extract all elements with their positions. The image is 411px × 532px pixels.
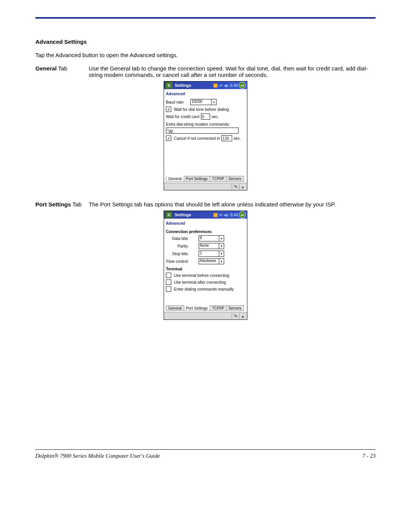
- terminal-before-label: Use terminal before connecting: [174, 273, 229, 278]
- connectivity-icon: ⇄: [219, 213, 222, 217]
- tab-general[interactable]: General: [166, 305, 184, 311]
- page-number: 7 - 23: [362, 453, 376, 459]
- terminal-after-checkbox[interactable]: [166, 280, 171, 285]
- terminal-after-label: Use terminal after connecting: [174, 280, 226, 284]
- keyboard-icon[interactable]: ✎: [232, 313, 239, 319]
- extra-commands-label: Extra dial-string modem commands:: [166, 122, 230, 126]
- tabs-bar: General Port Settings TCP/IP Servers: [166, 304, 245, 311]
- stop-bits-dropdown[interactable]: 1▼: [199, 251, 224, 257]
- tab-servers[interactable]: Servers: [226, 305, 244, 311]
- cancel-seconds-input[interactable]: [221, 135, 232, 141]
- chevron-down-icon: ▼: [219, 235, 224, 241]
- general-tab-label: General Tab: [35, 65, 89, 78]
- tab-port-settings[interactable]: Port Settings: [184, 176, 210, 182]
- dialing-manual-label: Enter dialing commands manually: [174, 287, 234, 291]
- windows-flag-icon: ⊞: [167, 213, 170, 217]
- clock: 5:44: [230, 213, 238, 217]
- chevron-down-icon: ▼: [219, 243, 224, 249]
- sip-arrow[interactable]: [239, 313, 246, 319]
- footer-title: Dolphin® 7900 Series Mobile Computer Use…: [35, 453, 160, 459]
- sec-label-2: sec.: [234, 136, 241, 141]
- window-title: Settings: [175, 212, 191, 217]
- keyboard-icon[interactable]: ✎: [232, 184, 239, 189]
- tab-servers[interactable]: Servers: [226, 176, 244, 182]
- wait-dial-tone-checkbox[interactable]: [166, 107, 171, 112]
- dialing-manual-checkbox[interactable]: [166, 286, 171, 292]
- parity-dropdown[interactable]: None▼: [199, 243, 224, 249]
- data-bits-label: Data bits:: [166, 236, 189, 241]
- pencil-icon: ✎: [234, 314, 237, 318]
- advanced-heading: Advanced: [166, 221, 245, 225]
- chevron-down-icon: ▼: [219, 251, 224, 257]
- wait-credit-label: Wait for credit card: [166, 114, 199, 119]
- volume-icon: ◀ᴇ: [224, 213, 229, 217]
- terminal-before-checkbox[interactable]: [166, 273, 171, 278]
- chevron-up-icon: [241, 184, 244, 189]
- sip-arrow[interactable]: [239, 184, 246, 189]
- stop-bits-label: Stop bits:: [166, 251, 189, 256]
- general-tab-screenshot: ⊞ Settings 📶 ⇄ ◀ᴇ 5:44 ok Advanced Baud …: [164, 81, 247, 190]
- tabs-bar: General Port Settings TCP/IP Servers: [166, 174, 245, 182]
- signal-icon: 📶: [213, 83, 218, 88]
- data-bits-dropdown[interactable]: 8▼: [199, 235, 224, 241]
- port-settings-screenshot: ⊞ Settings 📶 ⇄ ◀ᴇ 5:44 ok Advanced Conne…: [164, 211, 247, 320]
- flow-control-dropdown[interactable]: Hardware▼: [199, 258, 224, 264]
- intro-paragraph: Tap the Advanced button to open the Adva…: [35, 52, 376, 58]
- connectivity-icon: ⇄: [219, 83, 222, 88]
- parity-label: Parity:: [166, 244, 189, 248]
- ok-button[interactable]: ok: [239, 211, 246, 218]
- volume-icon: ◀ᴇ: [224, 83, 229, 88]
- windows-flag-icon: ⊞: [167, 84, 170, 87]
- port-settings-tab-label: Port Settings Tab: [35, 201, 89, 208]
- ok-button[interactable]: ok: [239, 82, 246, 89]
- baud-rate-dropdown[interactable]: 19200 ▼: [190, 99, 217, 105]
- wait-dial-tone-label: Wait for dial tone before dialing: [174, 107, 229, 112]
- baud-rate-label: Baud rate:: [166, 100, 184, 104]
- wait-credit-input[interactable]: [201, 113, 210, 120]
- tab-general[interactable]: General: [166, 176, 184, 182]
- cancel-checkbox[interactable]: [166, 136, 171, 141]
- extra-commands-input[interactable]: [166, 128, 239, 134]
- top-rule: [35, 17, 376, 19]
- signal-icon: 📶: [213, 213, 218, 217]
- start-button[interactable]: ⊞: [165, 211, 173, 218]
- clock: 5:44: [230, 83, 238, 88]
- terminal-heading: Terminal: [166, 267, 245, 271]
- general-tab-description: Use the General tab to change the connec…: [89, 65, 376, 78]
- cancel-label: Cancel if not connected in: [174, 136, 220, 141]
- window-title: Settings: [175, 83, 191, 88]
- chevron-up-icon: [241, 314, 244, 318]
- section-heading: Advanced Settings: [35, 38, 376, 45]
- tab-port-settings[interactable]: Port Settings: [184, 305, 210, 311]
- advanced-heading: Advanced: [166, 91, 245, 96]
- tab-tcpip[interactable]: TCP/IP: [210, 305, 226, 311]
- flow-control-label: Flow control:: [166, 259, 189, 264]
- chevron-down-icon: ▼: [211, 99, 217, 105]
- chevron-down-icon: ▼: [219, 258, 224, 264]
- tab-tcpip[interactable]: TCP/IP: [210, 176, 226, 182]
- start-button[interactable]: ⊞: [165, 82, 173, 89]
- connection-preferences-heading: Connection preferences: [166, 229, 245, 234]
- pencil-icon: ✎: [234, 184, 237, 189]
- sec-label: sec.: [212, 114, 219, 119]
- port-settings-description: The Port Settings tab has options that s…: [89, 201, 376, 208]
